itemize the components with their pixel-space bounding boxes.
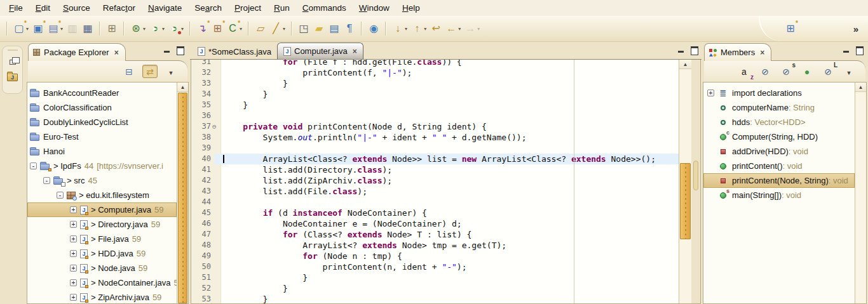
code-line-53[interactable]: 53 } [191, 294, 679, 303]
scroll-up-arrow-icon[interactable]: ▲ [855, 83, 866, 92]
tree-item-file-java[interactable]: +J> File.java59 [27, 232, 177, 246]
drag-handle[interactable] [8, 50, 18, 51]
back-button[interactable]: ←▾ [444, 20, 463, 37]
menu-refactor[interactable]: Refactor [97, 1, 142, 15]
member-adddrive-hdd[interactable]: addDrive(HDD) : void [703, 144, 855, 159]
menu-help[interactable]: Help [396, 1, 426, 15]
collapse-toggle-icon[interactable]: - [57, 192, 64, 199]
minimize-button[interactable] [677, 46, 685, 53]
scrollbar-thumb[interactable] [680, 163, 691, 239]
code-line-35[interactable]: 35 } [191, 100, 679, 110]
code-line-51[interactable]: 51 } [191, 272, 679, 283]
last-edit-location-button[interactable]: ↩ [428, 20, 444, 37]
tree-item-euro-test[interactable]: Euro-Test [27, 129, 177, 144]
restore-view-button[interactable] [5, 55, 20, 70]
code-line-44[interactable]: 44 [191, 197, 679, 208]
editor-tab-computer-java[interactable]: JComputer.java× [277, 43, 363, 59]
code-line-39[interactable]: 39 [191, 143, 679, 154]
highlight-button[interactable]: ▰ [311, 20, 327, 37]
hide-static-members-button[interactable]: ⊘s [778, 65, 794, 78]
java-perspective-button[interactable]: J [5, 70, 20, 85]
code-line-41[interactable]: 41 list.add(Directory.class); [191, 164, 679, 175]
minimize-button[interactable] [843, 46, 850, 53]
collapse-all-button[interactable]: ⊟ [121, 65, 137, 78]
tree-item-doublylinkedcycliclist[interactable]: DoublyLinkedCyclicList [27, 115, 177, 129]
tree-item-node-java[interactable]: +J> Node.java59 [27, 261, 177, 275]
web-browser-button[interactable]: ◉ [366, 20, 381, 37]
new-java-project-button[interactable]: ▣* [31, 20, 46, 37]
maximize-button[interactable] [855, 46, 863, 53]
member-main-string[interactable]: smain(String[]) : void [703, 188, 855, 202]
code-line-52[interactable]: 52 } [191, 283, 679, 294]
debug-button[interactable]: ⊛▾ [128, 20, 147, 37]
code-line-32[interactable]: 32 printContent(f, "|-"); [191, 67, 679, 78]
menu-navigate[interactable]: Navigate [142, 1, 188, 15]
tree-item-edu-kit-filesystem[interactable]: -> edu.kit.filesystem [27, 188, 177, 202]
code-line-45[interactable]: 45 if (d instanceof NodeContainer) { [191, 208, 679, 218]
tree-item-hanoi[interactable]: Hanoi [27, 144, 177, 159]
new-package-button[interactable]: ⊞* [210, 20, 225, 37]
code-line-37[interactable]: 37⊖ private void printContent(Node d, St… [191, 121, 679, 132]
hide-local-types-button[interactable]: ⊘L [820, 65, 836, 78]
run-external-tools-button[interactable]: ●▶▾ [166, 20, 186, 37]
open-perspective-button[interactable]: ⊞* [783, 20, 798, 37]
new-java-class-button[interactable]: ▤*▾ [46, 20, 65, 37]
menu-source[interactable]: Source [57, 1, 97, 15]
synchronize-button[interactable]: ⊞ [104, 20, 119, 37]
member-computername[interactable]: computerName : String [703, 100, 855, 115]
menu-edit[interactable]: Edit [29, 1, 57, 15]
tree-item-directory-java[interactable]: +J> Directory.java59 [27, 217, 177, 232]
scroll-up-arrow-icon[interactable]: ▲ [679, 60, 691, 69]
member-import-declarations[interactable]: +≣import declarations [703, 86, 855, 100]
view-menu-button[interactable]: ▼ [841, 65, 857, 78]
close-tab-icon[interactable]: × [353, 47, 357, 56]
tree-item-nodecontainer-java[interactable]: +J> NodeContainer.java59 [27, 275, 177, 290]
hide-non-public-members-button[interactable]: ● [799, 65, 815, 78]
minimize-button[interactable] [163, 46, 171, 53]
print-button[interactable]: ▦ [80, 20, 95, 37]
open-resource-button[interactable]: ▱ [253, 20, 268, 37]
code-line-36[interactable]: 36 [191, 110, 679, 121]
hide-fields-button[interactable]: ⊘ [757, 65, 773, 78]
tree-item-computer-java[interactable]: +J> Computer.java59 [27, 202, 177, 217]
search-button[interactable]: ╱▾ [268, 20, 287, 37]
tree-item-ziparchiv-java[interactable]: +J> ZipArchiv.java59 [27, 290, 177, 303]
expand-toggle-icon[interactable]: + [707, 89, 714, 96]
tree-item-ipdfs[interactable]: -> IpdFs44[https://svnserver.i [27, 159, 177, 173]
code-line-49[interactable]: 49 for (Node n : tmp) { [191, 251, 679, 261]
maximize-button[interactable] [176, 46, 184, 53]
package-explorer-tab[interactable]: Package Explorer × [28, 43, 126, 61]
menu-project[interactable]: Project [228, 1, 268, 15]
run-button[interactable]: ●▶▾ [147, 20, 166, 37]
collapse-toggle-icon[interactable]: - [43, 177, 50, 184]
member-printcontent[interactable]: printContent() : void [703, 159, 855, 173]
expand-toggle-icon[interactable]: + [70, 206, 77, 213]
close-view-icon[interactable]: × [114, 48, 119, 57]
member-hdds[interactable]: hdds : Vector<HDD> [703, 115, 855, 129]
show-source-button[interactable]: ▤ [327, 20, 342, 37]
mark-occurrences-button[interactable]: ◳ [296, 20, 311, 37]
toolbar-overflow-button[interactable]: » [848, 20, 864, 37]
menu-file[interactable]: File [3, 1, 29, 15]
expand-toggle-icon[interactable]: + [70, 221, 77, 228]
member-computer-string-hdd[interactable]: cComputer(String, HDD) [703, 129, 855, 144]
code-line-31[interactable]: 31 for (File f : hdd.get(File.class)) { [191, 60, 679, 67]
tree-item-hdd-java[interactable]: +J> HDD.java59 [27, 246, 177, 261]
show-whitespace-button[interactable]: ¶ [342, 20, 357, 37]
editor-tab-someclass-java[interactable]: J*SomeClass.java [192, 44, 277, 59]
code-line-40[interactable]: 40 ArrayList<Class<? extends Node>> list… [191, 154, 679, 164]
expand-toggle-icon[interactable]: + [70, 279, 77, 286]
checkout-button[interactable]: ↴* [194, 20, 210, 37]
scroll-up-arrow-icon[interactable]: ▲ [177, 83, 188, 92]
members-tab[interactable]: Members × [704, 43, 771, 61]
code-line-34[interactable]: 34 } [191, 89, 679, 100]
next-annotation-button[interactable]: ↓▾ [390, 20, 409, 37]
member-printcontent-node-string[interactable]: printContent(Node, String) : void [703, 173, 855, 188]
close-view-icon[interactable]: × [760, 48, 764, 57]
code-line-42[interactable]: 42 list.add(ZipArchiv.class); [191, 175, 679, 186]
code-line-38[interactable]: 38 System.out.println("|-" + ident + " "… [191, 132, 679, 143]
overview-annotation-marker[interactable] [693, 161, 698, 190]
menu-run[interactable]: Run [268, 1, 296, 15]
collapse-toggle-icon[interactable]: - [30, 162, 37, 169]
tree-item-bankaccountreader[interactable]: BankAccountReader [27, 86, 177, 100]
